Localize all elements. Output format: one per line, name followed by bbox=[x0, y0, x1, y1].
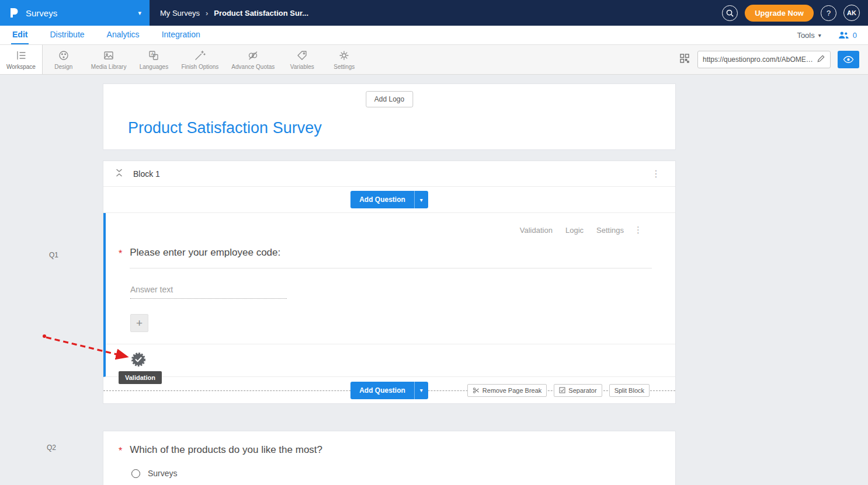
add-row-button[interactable]: + bbox=[130, 314, 148, 332]
upgrade-now-button[interactable]: Upgrade Now bbox=[745, 5, 814, 22]
answer-text-input[interactable]: Answer text bbox=[130, 285, 287, 299]
search-icon bbox=[725, 9, 734, 18]
page-break-controls: Remove Page Break Separator Split Block bbox=[467, 384, 650, 397]
questionpro-logo-icon bbox=[8, 7, 20, 19]
tools-label: Tools bbox=[797, 31, 814, 40]
block-gap bbox=[103, 404, 676, 431]
image-icon bbox=[103, 50, 114, 61]
nav-right-actions: Tools ▾ 0 bbox=[797, 26, 857, 44]
topbar-actions: Upgrade Now ? AK bbox=[722, 5, 868, 22]
edit-url-button[interactable] bbox=[817, 54, 825, 65]
breadcrumb-parent[interactable]: My Surveys bbox=[160, 9, 200, 18]
pencil-icon bbox=[817, 54, 825, 63]
add-question-dropdown[interactable]: ▾ bbox=[414, 191, 428, 208]
add-question-row-top: Add Question ▾ bbox=[103, 187, 675, 213]
question1-title-row: * Please enter your employee code: bbox=[106, 213, 675, 268]
eye-icon bbox=[843, 55, 854, 64]
tab-analytics[interactable]: Analytics bbox=[106, 26, 141, 44]
question2-number-label: Q2 bbox=[47, 444, 56, 452]
add-logo-button[interactable]: Add Logo bbox=[366, 91, 413, 107]
settings-link[interactable]: Settings bbox=[596, 226, 624, 235]
validation-badge-button[interactable] bbox=[130, 351, 147, 370]
qr-code-button[interactable] bbox=[679, 53, 690, 67]
breadcrumb-current: Product Satisfaction Sur... bbox=[214, 9, 308, 18]
survey-title[interactable]: Product Satisfaction Survey bbox=[128, 119, 322, 137]
toolbar-item-label: Settings bbox=[334, 64, 355, 70]
search-button[interactable] bbox=[722, 5, 738, 21]
question2-option-row[interactable]: Surveys bbox=[131, 469, 675, 478]
toolbar-item-settings[interactable]: Settings bbox=[323, 45, 365, 74]
toolbar-item-design[interactable]: Design bbox=[43, 45, 85, 74]
validation-link[interactable]: Validation bbox=[520, 226, 553, 235]
toolbar-item-label: Advance Quotas bbox=[231, 64, 275, 70]
add-question-button-2[interactable]: Add Question ▾ bbox=[350, 382, 428, 399]
toolbar-item-label: Variables bbox=[290, 64, 314, 70]
radio-button-icon[interactable] bbox=[131, 469, 140, 478]
help-button[interactable]: ? bbox=[821, 5, 836, 21]
required-asterisk: * bbox=[119, 446, 122, 456]
quota-icon bbox=[247, 50, 259, 61]
preview-button[interactable] bbox=[838, 51, 859, 68]
breadcrumb: My Surveys › Product Satisfaction Sur... bbox=[160, 9, 308, 18]
toolbar-item-label: Languages bbox=[140, 64, 169, 70]
question1-footer: Validation bbox=[106, 344, 675, 370]
question2-text[interactable]: Which of the products do you like the mo… bbox=[130, 444, 652, 456]
qr-grid-icon bbox=[679, 53, 690, 64]
question1-number-label: Q1 bbox=[49, 251, 58, 259]
block-header: Block 1 ⋮ bbox=[103, 161, 675, 187]
checkbox-icon bbox=[559, 387, 565, 393]
add-question-label[interactable]: Add Question bbox=[350, 191, 414, 208]
survey-url-text: https://questionpro.com/t/AbOMEZ7 bbox=[703, 55, 813, 64]
tools-menu[interactable]: Tools ▾ bbox=[797, 31, 821, 40]
toolbar-item-media-library[interactable]: Media Library bbox=[85, 45, 133, 74]
survey-url-field[interactable]: https://questionpro.com/t/AbOMEZ7 bbox=[697, 51, 831, 68]
palette-icon bbox=[58, 50, 70, 61]
block-menu-button[interactable]: ⋮ bbox=[648, 168, 664, 179]
avatar[interactable]: AK bbox=[843, 5, 860, 21]
toolbar-item-workspace[interactable]: Workspace bbox=[0, 45, 43, 74]
toolbar-item-finish-options[interactable]: Finish Options bbox=[175, 45, 225, 74]
survey-editor-canvas: Q1 Q2 Add Logo Product Satisfaction Surv… bbox=[0, 75, 868, 485]
tag-icon bbox=[296, 50, 308, 61]
translate-icon: A bbox=[148, 50, 159, 61]
chevron-down-icon[interactable]: ▾ bbox=[138, 9, 141, 17]
people-icon bbox=[838, 31, 849, 39]
product-name: Surveys bbox=[26, 8, 57, 18]
tab-distribute[interactable]: Distribute bbox=[48, 26, 85, 44]
toolbar-item-languages[interactable]: A Languages bbox=[133, 45, 175, 74]
toolbar-item-label: Finish Options bbox=[181, 64, 218, 70]
editor-toolbar: Workspace Design Media Library A Languag… bbox=[0, 45, 868, 75]
logic-link[interactable]: Logic bbox=[565, 226, 584, 235]
toolbar-item-label: Workspace bbox=[6, 64, 36, 70]
breadcrumb-separator-icon: › bbox=[206, 9, 208, 18]
split-block-button[interactable]: Split Block bbox=[609, 384, 650, 397]
chevron-down-icon: ▾ bbox=[818, 32, 821, 39]
add-question-button[interactable]: Add Question ▾ bbox=[350, 191, 428, 208]
toolbar-item-variables[interactable]: Variables bbox=[281, 45, 323, 74]
question2-option-label: Surveys bbox=[148, 469, 178, 478]
block-name[interactable]: Block 1 bbox=[133, 169, 160, 179]
collaborators-button[interactable]: 0 bbox=[838, 31, 857, 40]
add-question-row-bottom: Add Question ▾ Remove Page Break Separat… bbox=[103, 377, 675, 403]
question1-menu-button[interactable]: ⋮ bbox=[634, 225, 643, 235]
product-switcher[interactable]: Surveys ▾ bbox=[0, 0, 150, 26]
remove-page-break-button[interactable]: Remove Page Break bbox=[467, 384, 547, 397]
top-navbar: Surveys ▾ My Surveys › Product Satisfact… bbox=[0, 0, 868, 26]
toolbar-item-label: Design bbox=[54, 64, 72, 70]
add-question-label[interactable]: Add Question bbox=[350, 382, 414, 399]
question1-block[interactable]: Validation Logic Settings ⋮ * Please ent… bbox=[103, 213, 675, 377]
survey-header-card: Add Logo Product Satisfaction Survey bbox=[103, 83, 676, 150]
toolbar-item-advance-quotas[interactable]: Advance Quotas bbox=[225, 45, 281, 74]
question2-block[interactable]: * Which of the products do you like the … bbox=[103, 431, 676, 485]
collapse-block-button[interactable] bbox=[114, 168, 124, 180]
question1-text[interactable]: Please enter your employee code: bbox=[130, 247, 652, 268]
add-question-dropdown[interactable]: ▾ bbox=[414, 382, 428, 399]
block-card: Block 1 ⋮ Add Question ▾ Validation Logi… bbox=[103, 160, 676, 404]
separator-button[interactable]: Separator bbox=[554, 384, 602, 397]
question2-title-row: * Which of the products do you like the … bbox=[103, 431, 675, 456]
workspace-icon bbox=[15, 50, 27, 61]
tab-integration[interactable]: Integration bbox=[161, 26, 202, 44]
validation-tooltip: Validation bbox=[119, 371, 162, 384]
question1-actions: Validation Logic Settings bbox=[520, 226, 624, 235]
tab-edit[interactable]: Edit bbox=[11, 26, 29, 44]
